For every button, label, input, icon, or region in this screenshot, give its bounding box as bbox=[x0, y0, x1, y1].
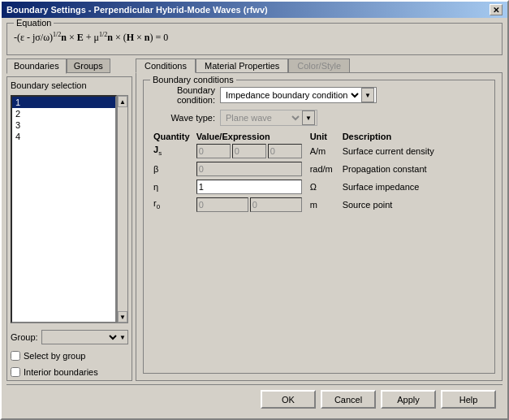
boundary-selection-label: Boundary selection bbox=[11, 80, 128, 90]
col-header-unit: Unit bbox=[307, 131, 339, 142]
close-button[interactable]: ✕ bbox=[490, 4, 503, 15]
quantity-inputs bbox=[193, 178, 307, 196]
group-row: Group: ▼ bbox=[11, 330, 128, 344]
table-row: η Ω Surface impedance bbox=[150, 178, 488, 196]
tab-material-properties[interactable]: Material Properties bbox=[196, 58, 288, 72]
group-select[interactable] bbox=[42, 331, 119, 344]
bc-select[interactable]: Impedance boundary condition bbox=[222, 88, 361, 102]
quantity-description: Surface current density bbox=[339, 142, 488, 160]
quantity-inputs bbox=[193, 160, 307, 178]
r0-input-2[interactable] bbox=[250, 197, 302, 212]
scroll-down-button[interactable]: ▼ bbox=[118, 311, 127, 323]
wave-type-dropdown-wrapper[interactable]: Plane wave ▼ bbox=[220, 110, 317, 126]
boundary-list-container: 1 2 3 4 ▲ ▼ bbox=[11, 95, 128, 323]
col-header-description: Description bbox=[339, 131, 488, 142]
right-tabs: Conditions Material Properties Color/Sty… bbox=[136, 58, 503, 72]
select-by-group-row: Select by group bbox=[11, 351, 128, 361]
eta-input[interactable] bbox=[196, 180, 302, 194]
boundary-conditions-group: Boundary conditions Boundary condition: … bbox=[143, 80, 495, 374]
quantity-description: Source point bbox=[339, 196, 488, 214]
title-bar: Boundary Settings - Perpendicular Hybrid… bbox=[2, 2, 507, 18]
help-button[interactable]: Help bbox=[441, 390, 496, 409]
list-item[interactable]: 1 bbox=[12, 97, 115, 108]
boundary-list[interactable]: 1 2 3 4 bbox=[11, 95, 117, 323]
main-window: Boundary Settings - Perpendicular Hybrid… bbox=[0, 0, 509, 420]
wave-type-arrow[interactable]: ▼ bbox=[302, 110, 315, 125]
main-content: Boundaries Groups Boundary selection 1 2… bbox=[6, 58, 503, 381]
equation-group: Equation -(ε - jσ/ω)1/2n × E + μ1/2n × (… bbox=[6, 23, 503, 55]
left-tab-row: Boundaries Groups bbox=[6, 58, 132, 73]
equation-label: Equation bbox=[14, 18, 54, 28]
tab-conditions[interactable]: Conditions bbox=[136, 58, 196, 73]
group-dropdown-arrow: ▼ bbox=[119, 334, 127, 341]
quantity-label: Js bbox=[150, 142, 193, 160]
right-panel: Conditions Material Properties Color/Sty… bbox=[136, 58, 503, 381]
scroll-up-button[interactable]: ▲ bbox=[118, 96, 127, 107]
window-body: Equation -(ε - jσ/ω)1/2n × E + μ1/2n × (… bbox=[2, 18, 507, 418]
quantity-table: Quantity Value/Expression Unit Descripti… bbox=[150, 131, 488, 214]
quantity-label: r0 bbox=[150, 196, 193, 214]
quantity-unit: A/m bbox=[307, 142, 339, 160]
quantity-inputs bbox=[193, 196, 307, 214]
js-input-2[interactable] bbox=[232, 144, 266, 158]
interior-boundaries-checkbox[interactable] bbox=[11, 367, 20, 377]
list-item[interactable]: 3 bbox=[12, 119, 115, 131]
right-content: Boundary conditions Boundary condition: … bbox=[136, 72, 503, 381]
wave-type-select[interactable]: Plane wave bbox=[222, 110, 302, 125]
bottom-bar: OK Cancel Apply Help bbox=[6, 384, 503, 414]
col-header-quantity: Quantity bbox=[150, 131, 193, 142]
beta-input[interactable] bbox=[196, 162, 302, 176]
js-inputs bbox=[196, 144, 304, 158]
tab-color-style: Color/Style bbox=[288, 58, 350, 72]
tab-groups[interactable]: Groups bbox=[67, 58, 110, 73]
r0-inputs bbox=[196, 197, 304, 212]
quantity-inputs bbox=[193, 142, 307, 160]
quantity-label: β bbox=[150, 160, 193, 178]
left-content: Boundary selection 1 2 3 4 ▲ ▼ bbox=[6, 76, 132, 381]
quantity-unit: rad/m bbox=[307, 160, 339, 178]
list-item[interactable]: 4 bbox=[12, 131, 115, 142]
col-header-value: Value/Expression bbox=[193, 131, 307, 142]
group-dropdown-wrapper[interactable]: ▼ bbox=[41, 330, 128, 344]
js-input-3[interactable] bbox=[268, 144, 302, 158]
equation-text: -(ε - jσ/ω)1/2n × E + μ1/2n × (H × n) = … bbox=[14, 31, 168, 44]
select-by-group-checkbox[interactable] bbox=[11, 351, 20, 361]
quantity-label: η bbox=[150, 178, 193, 196]
quantity-unit: Ω bbox=[307, 178, 339, 196]
quantity-description: Surface impedance bbox=[339, 178, 488, 196]
cancel-button[interactable]: Cancel bbox=[321, 390, 376, 409]
table-row: β rad/m Propagation constant bbox=[150, 160, 488, 178]
table-row: r0 m Source point bbox=[150, 196, 488, 214]
interior-boundaries-row: Interior boundaries bbox=[11, 367, 128, 377]
left-panel: Boundaries Groups Boundary selection 1 2… bbox=[6, 58, 132, 381]
bc-dropdown-arrow[interactable]: ▼ bbox=[361, 88, 374, 102]
list-scrollbar[interactable]: ▲ ▼ bbox=[117, 95, 128, 323]
list-item[interactable]: 2 bbox=[12, 108, 115, 119]
group-label: Group: bbox=[11, 332, 38, 342]
wave-type-label: Wave type: bbox=[150, 113, 215, 123]
scroll-track bbox=[118, 107, 127, 311]
wave-type-row: Wave type: Plane wave ▼ bbox=[150, 110, 488, 126]
r0-input-1[interactable] bbox=[196, 197, 248, 212]
boundary-condition-row: Boundary condition: Impedance boundary c… bbox=[150, 85, 488, 105]
bc-label: Boundary condition: bbox=[150, 85, 215, 105]
interior-boundaries-label: Interior boundaries bbox=[24, 367, 98, 377]
ok-button[interactable]: OK bbox=[261, 390, 316, 409]
tab-boundaries[interactable]: Boundaries bbox=[6, 58, 67, 74]
select-by-group-label: Select by group bbox=[24, 351, 85, 361]
js-input-1[interactable] bbox=[196, 144, 231, 158]
quantity-unit: m bbox=[307, 196, 339, 214]
apply-button[interactable]: Apply bbox=[381, 390, 436, 409]
boundary-conditions-label: Boundary conditions bbox=[150, 75, 236, 84]
table-row: Js A/m Surface bbox=[150, 142, 488, 160]
bc-dropdown-wrapper[interactable]: Impedance boundary condition ▼ bbox=[220, 87, 377, 103]
window-title: Boundary Settings - Perpendicular Hybrid… bbox=[6, 5, 268, 15]
quantity-description: Propagation constant bbox=[339, 160, 488, 178]
